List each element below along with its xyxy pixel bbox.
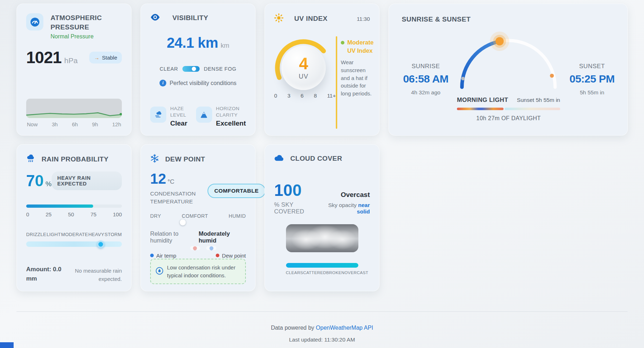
sunrise-time: 06:58 AM <box>392 73 460 85</box>
visibility-note: Perfect visibility conditions <box>170 80 237 86</box>
card-sunrise-sunset: SUNRISE & SUNSET SUNRISE <box>388 4 628 136</box>
visibility-scale: CLEAR DENSE FOG <box>150 66 246 72</box>
rain-scale: 0 25 50 75 100 <box>26 211 122 217</box>
humidity-relation-label: Relation to humidity <box>150 230 199 244</box>
cloud-visual <box>286 224 358 252</box>
uv-advice: Wear sunscreen and a hat if outside for … <box>341 58 373 98</box>
weather-dashboard: ATMOSPHERIC PRESSURE Normal Pressure 102… <box>0 0 644 348</box>
humidity-relation-value: Moderately humid <box>199 230 246 244</box>
cloud-title: CLOUD COVER <box>290 154 342 163</box>
daylight-duration: 10h 27m OF DAYLIGHT <box>457 115 560 122</box>
rain-progress-bar <box>26 204 122 208</box>
sunset-delta: 5h 55m in <box>558 89 626 96</box>
pressure-trend-badge: → Stable <box>89 52 122 64</box>
dew-title: DEW POINT <box>165 155 205 164</box>
rain-intensity-slider[interactable] <box>26 241 122 247</box>
pressure-title: ATMOSPHERIC PRESSURE <box>51 13 108 32</box>
pressure-gauge-icon <box>26 13 43 30</box>
sunrise-delta: 4h 32m ago <box>392 89 460 96</box>
uv-scale: 0 3 6 8 11+ <box>274 93 336 99</box>
rain-amount: Amount: 0.0 mm <box>26 265 70 283</box>
cloud-unit: % SKY COVERED <box>274 201 320 215</box>
uv-time: 11:30 <box>357 16 370 22</box>
sun-next-event: Sunset 5h 55m in <box>517 97 560 103</box>
visibility-value: 24.1 km <box>167 35 218 51</box>
pressure-value: 1021hPa <box>26 48 78 67</box>
haze-value: Clear <box>170 119 192 127</box>
dew-scale-labels: DRY COMFORT HUMID <box>150 213 246 219</box>
rain-intensity-labels: DRIZZLE LIGHT MODERATE HEAVY STORM <box>26 232 122 237</box>
dew-point-marker <box>193 246 197 250</box>
rain-value: 70% <box>26 172 52 190</box>
horizon-value: Excellent <box>216 119 246 127</box>
uv-level: Moderate UV Index <box>347 38 373 55</box>
cards-grid: ATMOSPHERIC PRESSURE Normal Pressure 102… <box>16 4 628 291</box>
sunrise-block: SUNRISE 06:58 AM 4h 32m ago <box>392 63 460 96</box>
card-dew-point: DEW POINT 12°C CONDENSATION TEMPERATURE … <box>140 144 256 291</box>
haze-icon <box>150 107 166 123</box>
trend-arrow-icon: → <box>94 55 99 61</box>
eye-icon <box>150 13 160 23</box>
sun-icon <box>274 13 283 24</box>
cloud-cover-fill <box>286 263 358 268</box>
uv-unit: UV <box>299 73 308 80</box>
visibility-slider[interactable] <box>182 66 200 72</box>
card-atmospheric-pressure: ATMOSPHERIC PRESSURE Normal Pressure 102… <box>16 4 132 136</box>
air-temp-dot <box>150 254 154 257</box>
uv-title: UV INDEX <box>294 14 328 23</box>
cloud-condition: Overcast <box>320 191 370 199</box>
page-footer: Data powered by OpenWeatherMap API Last … <box>16 311 628 343</box>
horizon-label: HORIZON CLARITY <box>216 105 244 118</box>
cloud-cover-bar <box>286 263 358 268</box>
pressure-timeline: Now 3h 6h 9h 12h <box>26 121 122 127</box>
legend-dew-point: Dew point <box>222 253 246 259</box>
droplet-icon <box>156 267 163 276</box>
uv-level-dot <box>341 41 344 44</box>
haze-stat: HAZE LEVEL Clear <box>150 105 192 127</box>
cloud-icon <box>274 154 284 163</box>
sunset-time: 05:25 PM <box>558 73 626 85</box>
sun-marker <box>490 32 509 51</box>
uv-value: 4 <box>299 55 308 72</box>
rain-progress-fill <box>26 204 93 208</box>
dew-comfort-knob[interactable] <box>180 219 186 225</box>
dew-note-box: Low condensation risk under typical indo… <box>150 259 246 284</box>
rain-cloud-icon <box>26 154 36 164</box>
info-icon: i <box>159 80 166 86</box>
pressure-header: ATMOSPHERIC PRESSURE Normal Pressure <box>26 13 122 40</box>
mountain-icon <box>196 107 212 123</box>
card-cloud-cover: CLOUD COVER 100 % SKY COVERED Overcast S… <box>264 144 380 291</box>
rain-title: RAIN PROBABILITY <box>42 155 109 164</box>
legend-air-temp: Air temp <box>156 253 176 259</box>
openweathermap-link[interactable]: OpenWeatherMap API <box>316 325 373 331</box>
sunset-label: SUNSET <box>558 63 626 70</box>
card-rain-probability: RAIN PROBABILITY 70% HEAVY RAIN EXPECTED… <box>16 144 132 291</box>
powered-by-text: Data powered by <box>271 325 316 331</box>
dew-subtitle: CONDENSATION TEMPERATURE <box>150 190 207 206</box>
sun-phase-label: MORNING LIGHT <box>457 97 508 104</box>
card-visibility: VISIBILITY 24.1 kmkm CLEAR DENSE FOG i P… <box>140 4 256 136</box>
pressure-sparkline-chart <box>26 99 122 118</box>
cloud-value: 100 <box>274 182 320 198</box>
air-temp-marker <box>209 246 213 250</box>
uv-advice-panel: Moderate UV Index Wear sunscreen and a h… <box>336 38 373 127</box>
dew-comfort-badge: COMFORTABLE <box>207 184 266 198</box>
sunset-block: SUNSET 05:25 PM 5h 55m in <box>558 63 626 96</box>
sky-opacity-value: near solid <box>357 202 370 215</box>
sky-opacity-label: Sky opacity <box>328 202 358 208</box>
card-uv-index: UV INDEX 11:30 4 UV 0 3 6 8 <box>264 4 380 136</box>
daylight-gradient-bar <box>457 108 560 110</box>
dew-value: 12°C <box>150 171 207 187</box>
visibility-slider-knob[interactable] <box>191 66 197 72</box>
horizon-stat: HORIZON CLARITY Excellent <box>196 105 246 127</box>
rain-unit: % <box>46 180 52 188</box>
bottom-left-accent <box>0 342 14 348</box>
pressure-unit: hPa <box>64 56 77 65</box>
snowflake-icon <box>150 154 159 164</box>
dew-note: Low condensation risk under typical indo… <box>167 264 239 279</box>
rain-intensity-knob[interactable] <box>97 240 105 248</box>
visibility-unit: km <box>221 42 229 49</box>
haze-label: HAZE LEVEL <box>170 105 192 118</box>
dew-unit: °C <box>168 178 175 185</box>
pressure-status: Normal Pressure <box>51 33 108 40</box>
